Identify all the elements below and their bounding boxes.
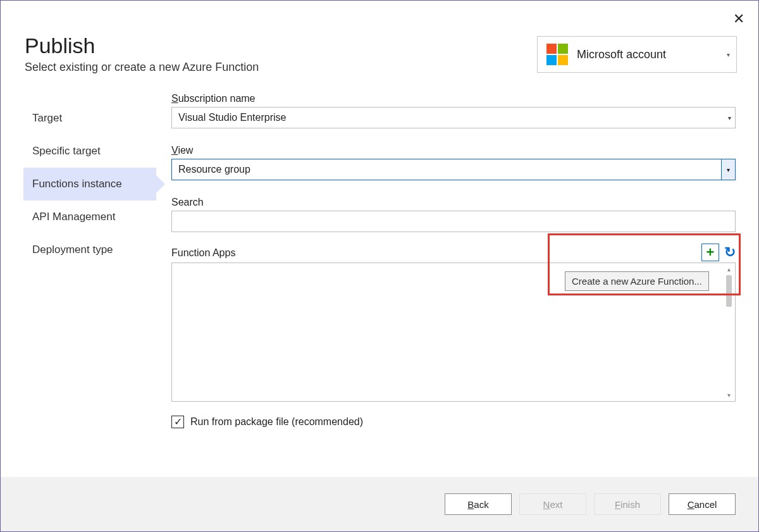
close-icon[interactable]: ✕: [733, 12, 744, 26]
run-from-package-checkbox[interactable]: ✓: [171, 416, 184, 428]
search-label: Search: [171, 197, 736, 208]
step-list: Target Specific target Functions instanc…: [23, 93, 156, 477]
chevron-down-icon: ▾: [727, 51, 730, 58]
chevron-down-icon: ▾: [721, 159, 735, 180]
plus-icon: +: [707, 245, 715, 259]
scroll-down-icon[interactable]: ▾: [727, 392, 731, 399]
scroll-up-icon[interactable]: ▴: [727, 266, 731, 273]
function-apps-label: Function Apps: [171, 247, 235, 259]
create-new-function-button[interactable]: +: [701, 244, 719, 261]
back-button[interactable]: Back: [445, 493, 512, 515]
view-label: View: [171, 145, 736, 156]
run-from-package-label: Run from package file (recommended): [190, 416, 363, 428]
subscription-value: Visual Studio Enterprise: [178, 112, 286, 123]
view-select[interactable]: Resource group ▾: [171, 159, 736, 180]
dialog-footer: Back Next Finish Cancel: [1, 477, 758, 531]
step-specific-target[interactable]: Specific target: [23, 135, 156, 168]
finish-button: Finish: [594, 493, 661, 515]
function-apps-header: Function Apps + ↻: [171, 240, 736, 259]
next-button: Next: [519, 493, 586, 515]
refresh-button[interactable]: ↻: [724, 245, 736, 259]
publish-dialog: ✕ Microsoft account ▾ Publish Select exi…: [0, 0, 759, 532]
subscription-label: Subscription name: [171, 93, 736, 104]
scroll-thumb[interactable]: [726, 275, 732, 307]
step-target[interactable]: Target: [23, 102, 156, 135]
search-input[interactable]: [171, 211, 736, 232]
step-deployment-type[interactable]: Deployment type: [23, 233, 156, 266]
step-api-management[interactable]: API Management: [23, 201, 156, 233]
form-area: Subscription name Visual Studio Enterpri…: [156, 93, 736, 477]
account-label: Microsoft account: [577, 48, 718, 61]
refresh-icon: ↻: [724, 244, 736, 260]
scrollbar[interactable]: ▴ ▾: [722, 263, 735, 401]
chevron-down-icon: ▾: [728, 114, 731, 121]
account-selector[interactable]: Microsoft account ▾: [537, 36, 737, 73]
cancel-button[interactable]: Cancel: [669, 493, 736, 515]
microsoft-logo-icon: [546, 44, 568, 65]
step-functions-instance[interactable]: Functions instance: [23, 168, 156, 201]
subscription-select[interactable]: Visual Studio Enterprise ▾: [171, 107, 736, 128]
view-value: Resource group: [178, 164, 250, 175]
create-new-function-tooltip: Create a new Azure Function...: [565, 271, 709, 291]
